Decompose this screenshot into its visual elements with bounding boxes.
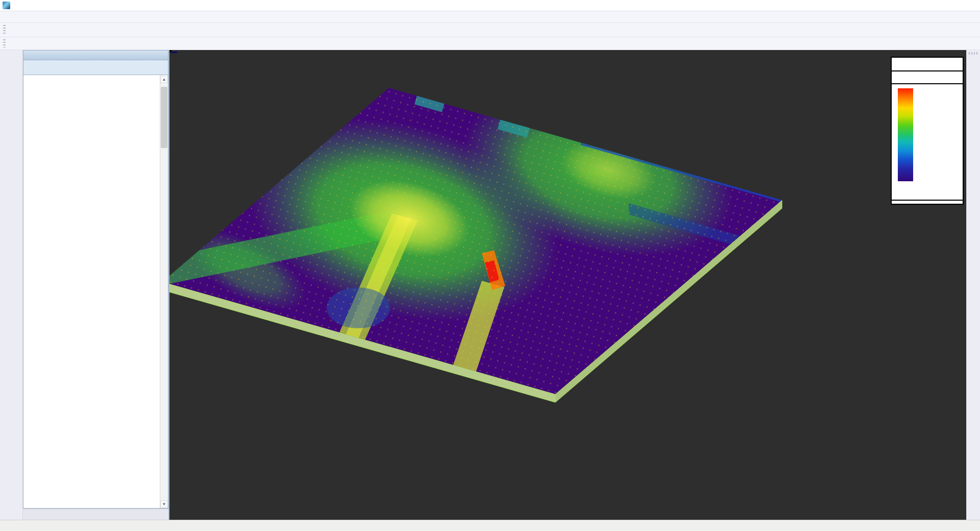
left-tool-rail bbox=[0, 50, 23, 520]
right-tool-rail bbox=[966, 50, 980, 520]
toolbar-grip[interactable] bbox=[3, 39, 6, 48]
app-icon bbox=[3, 2, 10, 9]
legend-scale bbox=[892, 84, 963, 201]
coverage-heatmap bbox=[169, 61, 782, 425]
resource-tree bbox=[23, 76, 160, 508]
status-bar bbox=[0, 520, 980, 531]
resource-manager-mode-strip bbox=[23, 60, 168, 75]
main-toolbar bbox=[0, 23, 980, 37]
view-mode-label[interactable] bbox=[171, 52, 177, 53]
secondary-toolbar bbox=[0, 37, 980, 50]
scroll-up-icon[interactable]: ▲ bbox=[160, 76, 168, 83]
scroll-down-icon[interactable]: ▼ bbox=[160, 500, 168, 508]
title-bar bbox=[0, 0, 980, 11]
legend-colorbar bbox=[898, 88, 913, 181]
menu-bar bbox=[0, 11, 980, 23]
scene-3d[interactable] bbox=[169, 50, 966, 520]
legend-stats bbox=[892, 201, 963, 204]
resource-tree-container: ▲ ▼ bbox=[23, 75, 168, 509]
resource-manager-panel: ▲ ▼ bbox=[23, 50, 169, 520]
result-legend bbox=[891, 57, 964, 205]
main-area: ▲ ▼ bbox=[0, 50, 980, 520]
transform-tools-column bbox=[11, 50, 22, 520]
scroll-thumb[interactable] bbox=[161, 87, 167, 148]
tree-scrollbar[interactable]: ▲ ▼ bbox=[160, 76, 168, 508]
panel-tabs bbox=[23, 509, 168, 520]
legend-type bbox=[892, 71, 963, 84]
viewport-3d[interactable] bbox=[169, 50, 966, 520]
toolbar-grip[interactable] bbox=[3, 25, 6, 35]
shape-tools-column bbox=[0, 50, 11, 520]
legend-title bbox=[892, 58, 963, 71]
resource-manager-titlebar[interactable] bbox=[23, 50, 168, 60]
